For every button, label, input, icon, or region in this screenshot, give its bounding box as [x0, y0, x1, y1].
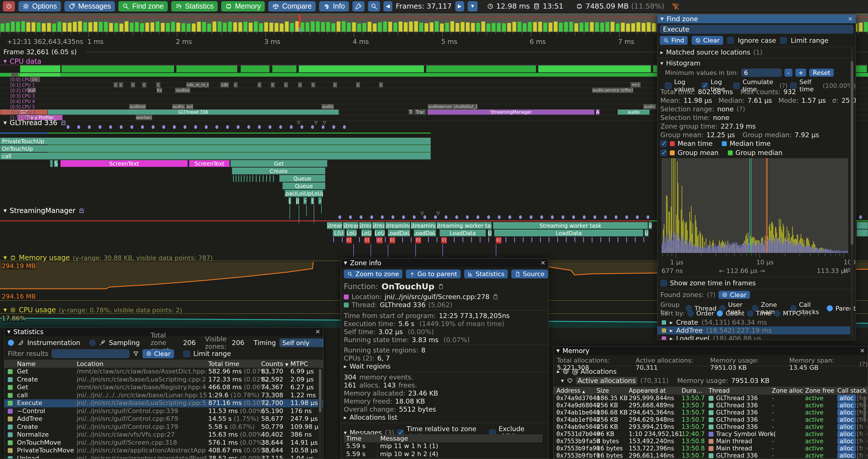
lock-event-dot[interactable]	[311, 125, 314, 129]
zone-micro-tick[interactable]	[249, 175, 250, 182]
failed-zone-fragment[interactable]: C(	[390, 237, 395, 243]
zone-span[interactable]	[857, 222, 868, 229]
collapsed-zone-marker[interactable]: ▽	[323, 120, 326, 125]
cpu-usage-zone[interactable]: StreamingManager	[427, 110, 595, 115]
zone-micro-tick[interactable]	[514, 237, 515, 242]
cpu-usage-fragment[interactable]: c	[119, 83, 123, 87]
alloc-callstack-button[interactable]: alloc	[837, 423, 856, 430]
find-zone-button[interactable]: Find zone	[118, 1, 168, 11]
memory-button[interactable]: Memory	[221, 1, 265, 11]
lock-event-dot[interactable]	[593, 215, 596, 219]
limit-range-checkbox[interactable]	[780, 37, 787, 44]
cpu-usage-fragment[interactable]: c	[311, 83, 315, 87]
memory-scrollbar[interactable]	[863, 395, 867, 458]
found-zones-clear-button[interactable]: Clear	[718, 291, 750, 299]
collapsed-zone-marker[interactable]: ▽	[297, 120, 301, 125]
zone-span[interactable]: ScreenText	[189, 160, 230, 167]
zone-span[interactable]: LoadDaU	[388, 230, 410, 236]
column-header[interactable]: Thread	[709, 387, 730, 394]
cpu-usage-fragment[interactable]: aut	[186, 104, 193, 109]
group-by-parent[interactable]	[827, 305, 833, 312]
table-row[interactable]: 0x74ab9e5040256 KB293,994,219ns13:50.7GL…	[554, 423, 868, 431]
lock-event-dot[interactable]	[434, 215, 437, 219]
table-row[interactable]: 0x7553b9fa508 bytes153,492,240ns13:50.8M…	[554, 438, 868, 445]
lock-event-dot[interactable]	[205, 125, 208, 129]
column-header[interactable]: Address ▲	[556, 387, 585, 394]
table-row[interactable]: 0x7531d7b04096 KB1:10 234,952,16112:40.7…	[554, 431, 868, 438]
zone-span[interactable]: Streaming	[385, 222, 410, 229]
bin-minus-button[interactable]: -	[784, 69, 793, 77]
collapsed-zone-marker[interactable]: ▽	[314, 120, 318, 125]
streamingmanager-header[interactable]: ▼StreamingManager	[3, 207, 85, 215]
zone-micro-tick[interactable]	[600, 237, 601, 242]
cpu-usage-header[interactable]: ▼CPU usage(y-range: 0.78%, visible data …	[3, 306, 182, 314]
lock-event-dot[interactable]	[130, 125, 133, 129]
zone-micro-tick[interactable]	[246, 175, 248, 182]
cpu-usage-fragment[interactable]: c	[156, 83, 160, 87]
find-zone-scrollbar[interactable]	[850, 48, 854, 338]
table-row[interactable]: OnTouchMovejni/../jni/src/guif/Screen.cp…	[4, 439, 323, 447]
failed-zone-fragment[interactable]: C(	[441, 237, 447, 243]
compare-button[interactable]: Compare	[268, 1, 316, 11]
zone-span[interactable]: Strear	[343, 222, 359, 229]
column-header[interactable]: Dura…	[682, 387, 702, 394]
lock-event-dot[interactable]	[301, 125, 303, 129]
info-button[interactable]: Info	[319, 1, 349, 11]
cpu-activity-segment[interactable]	[272, 65, 297, 72]
zone-micro-tick[interactable]	[252, 175, 253, 182]
zone-span[interactable]: Queue	[282, 183, 326, 190]
lock-event-dot[interactable]	[338, 215, 341, 219]
message-row[interactable]: 5.59 smip 11 w 1 h 1 (1)	[344, 442, 542, 450]
table-row[interactable]: Executejni/../jni/src/claw/base/LuaScrip…	[4, 399, 323, 407]
filter-input[interactable]	[52, 349, 129, 358]
close-icon[interactable]: ✕	[315, 328, 320, 335]
cpu-activity-segment[interactable]	[176, 65, 237, 72]
close-icon[interactable]: ✕	[540, 260, 546, 266]
lock-event-dot[interactable]	[476, 215, 479, 219]
column-header[interactable]: Appeared at	[629, 387, 666, 394]
cpu-usage-fragment[interactable]: c	[298, 83, 302, 87]
source-button[interactable]: Source	[511, 269, 548, 278]
zone-micro-tick[interactable]	[626, 237, 627, 242]
collapsed-zone-marker[interactable]: ▽	[437, 211, 440, 216]
column-header[interactable]: Location	[77, 360, 103, 367]
zone-micro-tick[interactable]	[270, 175, 271, 182]
messages-button[interactable]: Messages	[64, 1, 115, 11]
close-icon[interactable]: ✕	[860, 347, 865, 354]
zone-micro-tick[interactable]	[233, 175, 234, 182]
zone-span[interactable]: ScreenText	[60, 160, 188, 167]
table-row[interactable]: AddTreejni/../jni/src/guif/Control.cpp:6…	[4, 415, 323, 423]
table-row[interactable]: 0x74a9d37040186.35 KB295,999,844ns13:50.…	[554, 395, 868, 402]
zone-span[interactable]: PrivateTouchUp	[0, 138, 431, 145]
column-header[interactable]: Zone alloc	[772, 387, 803, 394]
table-row[interactable]: Normalizejni/../jni/src/claw/vfs/Vfs.cpp…	[4, 431, 323, 439]
min-bin-input[interactable]: 6	[741, 69, 781, 77]
cpu-activity-segment[interactable]	[61, 65, 174, 72]
lock-event-dot[interactable]	[498, 215, 501, 219]
failed-zone-fragment[interactable]: C(	[496, 237, 501, 243]
cpu-usage-fragment[interactable]: c	[142, 83, 146, 87]
column-header[interactable]: Call stack	[837, 387, 867, 394]
cpu-usage-fragment[interactable]: audio	[643, 104, 656, 109]
cpu-usage-fragment[interactable]: audiose	[129, 104, 146, 109]
zone-micro-tick[interactable]	[462, 237, 463, 242]
lock-event-dot[interactable]	[604, 215, 607, 219]
zone-micro-tick[interactable]	[618, 237, 618, 242]
zone-micro-tick[interactable]	[385, 237, 386, 242]
alloc-callstack-button[interactable]: alloc	[837, 416, 856, 423]
zone-span[interactable]	[857, 230, 868, 236]
find-button[interactable]: Find	[660, 36, 688, 45]
filter-clear-button[interactable]: Clear	[143, 349, 174, 358]
lock-event-dot[interactable]	[392, 215, 394, 219]
lock-event-dot[interactable]	[343, 125, 346, 129]
cpu-activity-segment[interactable]	[20, 65, 60, 72]
tools-button[interactable]	[352, 1, 365, 11]
zone-micro-tick[interactable]	[557, 237, 558, 242]
zone-micro-tick[interactable]	[480, 237, 480, 242]
zone-micro-tick[interactable]	[411, 237, 412, 242]
message-row[interactable]: 5.59 smip 9 w 4 h 4 (16)	[344, 458, 542, 459]
lock-event-dot[interactable]	[77, 125, 80, 129]
lock-event-dot[interactable]	[445, 215, 447, 219]
copy-clipboard-icon[interactable]	[438, 283, 444, 290]
cpu-usage-fragment[interactable]: kv	[157, 88, 162, 93]
